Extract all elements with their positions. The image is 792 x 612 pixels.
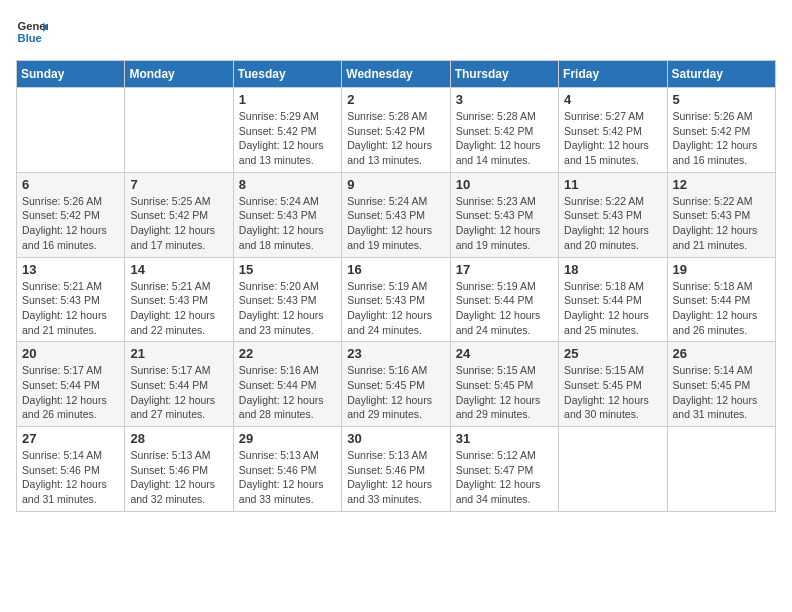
day-number: 12	[673, 177, 770, 192]
logo-icon: General Blue	[16, 16, 48, 48]
calendar-cell: 16Sunrise: 5:19 AM Sunset: 5:43 PM Dayli…	[342, 257, 450, 342]
day-number: 24	[456, 346, 553, 361]
day-number: 6	[22, 177, 119, 192]
day-number: 31	[456, 431, 553, 446]
day-info: Sunrise: 5:16 AM Sunset: 5:44 PM Dayligh…	[239, 363, 336, 422]
day-info: Sunrise: 5:24 AM Sunset: 5:43 PM Dayligh…	[347, 194, 444, 253]
calendar-cell: 3Sunrise: 5:28 AM Sunset: 5:42 PM Daylig…	[450, 88, 558, 173]
calendar-cell: 4Sunrise: 5:27 AM Sunset: 5:42 PM Daylig…	[559, 88, 667, 173]
day-number: 11	[564, 177, 661, 192]
calendar-cell: 26Sunrise: 5:14 AM Sunset: 5:45 PM Dayli…	[667, 342, 775, 427]
calendar-cell: 25Sunrise: 5:15 AM Sunset: 5:45 PM Dayli…	[559, 342, 667, 427]
svg-text:Blue: Blue	[18, 32, 42, 44]
day-number: 16	[347, 262, 444, 277]
calendar-week-5: 27Sunrise: 5:14 AM Sunset: 5:46 PM Dayli…	[17, 427, 776, 512]
day-number: 9	[347, 177, 444, 192]
page-header: General Blue	[16, 16, 776, 48]
calendar-cell: 15Sunrise: 5:20 AM Sunset: 5:43 PM Dayli…	[233, 257, 341, 342]
day-number: 4	[564, 92, 661, 107]
day-number: 10	[456, 177, 553, 192]
day-info: Sunrise: 5:29 AM Sunset: 5:42 PM Dayligh…	[239, 109, 336, 168]
day-number: 26	[673, 346, 770, 361]
calendar-cell	[667, 427, 775, 512]
calendar-cell: 5Sunrise: 5:26 AM Sunset: 5:42 PM Daylig…	[667, 88, 775, 173]
calendar-cell: 28Sunrise: 5:13 AM Sunset: 5:46 PM Dayli…	[125, 427, 233, 512]
day-info: Sunrise: 5:19 AM Sunset: 5:44 PM Dayligh…	[456, 279, 553, 338]
calendar-header-row: SundayMondayTuesdayWednesdayThursdayFrid…	[17, 61, 776, 88]
day-info: Sunrise: 5:21 AM Sunset: 5:43 PM Dayligh…	[130, 279, 227, 338]
day-info: Sunrise: 5:19 AM Sunset: 5:43 PM Dayligh…	[347, 279, 444, 338]
day-number: 1	[239, 92, 336, 107]
calendar-cell: 2Sunrise: 5:28 AM Sunset: 5:42 PM Daylig…	[342, 88, 450, 173]
calendar-cell: 7Sunrise: 5:25 AM Sunset: 5:42 PM Daylig…	[125, 172, 233, 257]
day-number: 29	[239, 431, 336, 446]
day-number: 21	[130, 346, 227, 361]
day-info: Sunrise: 5:22 AM Sunset: 5:43 PM Dayligh…	[673, 194, 770, 253]
day-info: Sunrise: 5:17 AM Sunset: 5:44 PM Dayligh…	[22, 363, 119, 422]
day-number: 19	[673, 262, 770, 277]
header-day-friday: Friday	[559, 61, 667, 88]
header-day-sunday: Sunday	[17, 61, 125, 88]
header-day-wednesday: Wednesday	[342, 61, 450, 88]
day-number: 7	[130, 177, 227, 192]
day-info: Sunrise: 5:25 AM Sunset: 5:42 PM Dayligh…	[130, 194, 227, 253]
day-info: Sunrise: 5:22 AM Sunset: 5:43 PM Dayligh…	[564, 194, 661, 253]
calendar-cell: 23Sunrise: 5:16 AM Sunset: 5:45 PM Dayli…	[342, 342, 450, 427]
day-info: Sunrise: 5:13 AM Sunset: 5:46 PM Dayligh…	[239, 448, 336, 507]
day-info: Sunrise: 5:27 AM Sunset: 5:42 PM Dayligh…	[564, 109, 661, 168]
calendar-cell: 9Sunrise: 5:24 AM Sunset: 5:43 PM Daylig…	[342, 172, 450, 257]
day-info: Sunrise: 5:18 AM Sunset: 5:44 PM Dayligh…	[564, 279, 661, 338]
day-number: 23	[347, 346, 444, 361]
day-number: 17	[456, 262, 553, 277]
calendar-cell: 17Sunrise: 5:19 AM Sunset: 5:44 PM Dayli…	[450, 257, 558, 342]
day-info: Sunrise: 5:15 AM Sunset: 5:45 PM Dayligh…	[456, 363, 553, 422]
calendar-cell: 21Sunrise: 5:17 AM Sunset: 5:44 PM Dayli…	[125, 342, 233, 427]
day-number: 13	[22, 262, 119, 277]
calendar-cell: 31Sunrise: 5:12 AM Sunset: 5:47 PM Dayli…	[450, 427, 558, 512]
day-number: 28	[130, 431, 227, 446]
day-number: 15	[239, 262, 336, 277]
calendar-cell	[559, 427, 667, 512]
calendar-cell: 6Sunrise: 5:26 AM Sunset: 5:42 PM Daylig…	[17, 172, 125, 257]
calendar-week-2: 6Sunrise: 5:26 AM Sunset: 5:42 PM Daylig…	[17, 172, 776, 257]
calendar-cell: 29Sunrise: 5:13 AM Sunset: 5:46 PM Dayli…	[233, 427, 341, 512]
day-info: Sunrise: 5:17 AM Sunset: 5:44 PM Dayligh…	[130, 363, 227, 422]
day-info: Sunrise: 5:28 AM Sunset: 5:42 PM Dayligh…	[347, 109, 444, 168]
calendar-cell: 14Sunrise: 5:21 AM Sunset: 5:43 PM Dayli…	[125, 257, 233, 342]
calendar-cell: 27Sunrise: 5:14 AM Sunset: 5:46 PM Dayli…	[17, 427, 125, 512]
day-number: 2	[347, 92, 444, 107]
calendar-cell: 30Sunrise: 5:13 AM Sunset: 5:46 PM Dayli…	[342, 427, 450, 512]
calendar-cell: 11Sunrise: 5:22 AM Sunset: 5:43 PM Dayli…	[559, 172, 667, 257]
calendar-cell: 19Sunrise: 5:18 AM Sunset: 5:44 PM Dayli…	[667, 257, 775, 342]
day-info: Sunrise: 5:16 AM Sunset: 5:45 PM Dayligh…	[347, 363, 444, 422]
logo: General Blue	[16, 16, 48, 48]
calendar-cell	[125, 88, 233, 173]
day-number: 25	[564, 346, 661, 361]
day-info: Sunrise: 5:24 AM Sunset: 5:43 PM Dayligh…	[239, 194, 336, 253]
day-info: Sunrise: 5:13 AM Sunset: 5:46 PM Dayligh…	[347, 448, 444, 507]
day-number: 20	[22, 346, 119, 361]
day-info: Sunrise: 5:15 AM Sunset: 5:45 PM Dayligh…	[564, 363, 661, 422]
calendar-cell: 24Sunrise: 5:15 AM Sunset: 5:45 PM Dayli…	[450, 342, 558, 427]
day-info: Sunrise: 5:12 AM Sunset: 5:47 PM Dayligh…	[456, 448, 553, 507]
calendar-cell: 18Sunrise: 5:18 AM Sunset: 5:44 PM Dayli…	[559, 257, 667, 342]
calendar-cell	[17, 88, 125, 173]
day-number: 3	[456, 92, 553, 107]
day-number: 14	[130, 262, 227, 277]
header-day-saturday: Saturday	[667, 61, 775, 88]
calendar-cell: 20Sunrise: 5:17 AM Sunset: 5:44 PM Dayli…	[17, 342, 125, 427]
calendar-cell: 13Sunrise: 5:21 AM Sunset: 5:43 PM Dayli…	[17, 257, 125, 342]
day-info: Sunrise: 5:20 AM Sunset: 5:43 PM Dayligh…	[239, 279, 336, 338]
day-info: Sunrise: 5:14 AM Sunset: 5:46 PM Dayligh…	[22, 448, 119, 507]
day-info: Sunrise: 5:21 AM Sunset: 5:43 PM Dayligh…	[22, 279, 119, 338]
day-number: 27	[22, 431, 119, 446]
day-info: Sunrise: 5:28 AM Sunset: 5:42 PM Dayligh…	[456, 109, 553, 168]
day-info: Sunrise: 5:18 AM Sunset: 5:44 PM Dayligh…	[673, 279, 770, 338]
calendar-cell: 22Sunrise: 5:16 AM Sunset: 5:44 PM Dayli…	[233, 342, 341, 427]
calendar-cell: 1Sunrise: 5:29 AM Sunset: 5:42 PM Daylig…	[233, 88, 341, 173]
header-day-tuesday: Tuesday	[233, 61, 341, 88]
calendar-table: SundayMondayTuesdayWednesdayThursdayFrid…	[16, 60, 776, 512]
calendar-cell: 8Sunrise: 5:24 AM Sunset: 5:43 PM Daylig…	[233, 172, 341, 257]
calendar-cell: 12Sunrise: 5:22 AM Sunset: 5:43 PM Dayli…	[667, 172, 775, 257]
day-info: Sunrise: 5:26 AM Sunset: 5:42 PM Dayligh…	[22, 194, 119, 253]
